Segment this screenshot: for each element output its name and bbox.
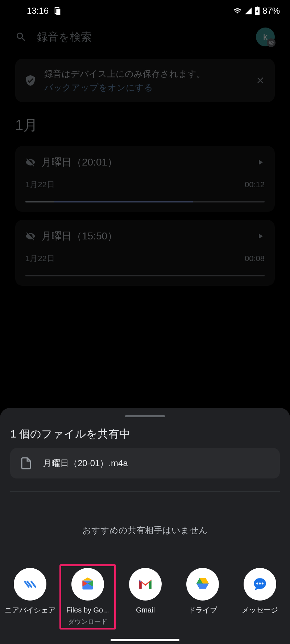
app-sublabel: ダウンロード bbox=[68, 617, 107, 626]
svg-point-4 bbox=[259, 582, 261, 584]
file-card[interactable]: 月曜日（20-01）.m4a bbox=[10, 448, 280, 478]
play-icon[interactable] bbox=[256, 158, 265, 167]
file-name: 月曜日（20-01）.m4a bbox=[43, 457, 128, 469]
app-label: ニアバイシェア bbox=[5, 605, 55, 615]
battery-percentage: 87% bbox=[262, 6, 280, 16]
visibility-off-icon bbox=[25, 157, 36, 167]
gmail-icon bbox=[129, 568, 162, 601]
messages-icon bbox=[244, 568, 276, 601]
recording-date: 1月22日 bbox=[25, 253, 55, 264]
share-sheet: 1 個のファイルを共有中 月曜日（20-01）.m4a おすすめの共有相手はいま… bbox=[0, 408, 290, 644]
nav-bar-handle[interactable] bbox=[111, 639, 179, 641]
app-label: メッセージ bbox=[242, 605, 278, 615]
shield-check-icon bbox=[25, 75, 36, 86]
share-app-messages[interactable]: メッセージ bbox=[232, 564, 288, 630]
share-app-drive[interactable]: ドライブ bbox=[175, 564, 231, 630]
visibility-off-icon bbox=[25, 231, 36, 241]
status-bar: 13:16 87% bbox=[0, 0, 290, 22]
recording-title: 月曜日（20:01） bbox=[41, 155, 250, 169]
avatar-badge-icon bbox=[267, 38, 276, 47]
battery-icon bbox=[254, 7, 260, 15]
no-suggestions-text: おすすめの共有相手はいません bbox=[0, 492, 290, 558]
signal-icon bbox=[244, 7, 252, 15]
recording-item[interactable]: 月曜日（15:50） 1月22日 00:08 bbox=[15, 220, 275, 286]
share-app-gmail[interactable]: Gmail bbox=[117, 564, 173, 630]
svg-point-3 bbox=[256, 582, 258, 584]
search-placeholder: 録音を検索 bbox=[37, 30, 246, 45]
progress-bar[interactable] bbox=[25, 201, 265, 202]
info-message: 録音はデバイス上にのみ保存されます。 bbox=[44, 67, 247, 80]
close-icon[interactable] bbox=[255, 75, 265, 85]
recording-duration: 00:08 bbox=[245, 254, 265, 263]
progress-bar[interactable] bbox=[25, 275, 265, 276]
share-apps-row: ニアバイシェア Files by Go... ダウンロード Gmail ドライブ bbox=[0, 558, 290, 644]
recording-item[interactable]: 月曜日（20:01） 1月22日 00:12 bbox=[15, 146, 275, 212]
notification-icon bbox=[54, 7, 62, 15]
files-icon bbox=[71, 568, 104, 601]
avatar[interactable]: k bbox=[256, 28, 275, 46]
share-app-files[interactable]: Files by Go... ダウンロード bbox=[59, 564, 116, 630]
app-label: ドライブ bbox=[188, 605, 217, 615]
recording-date: 1月22日 bbox=[25, 179, 55, 190]
svg-rect-1 bbox=[56, 9, 60, 15]
file-icon bbox=[20, 457, 33, 470]
play-icon[interactable] bbox=[256, 232, 265, 241]
search-icon bbox=[15, 31, 27, 43]
backup-info-card: 録音はデバイス上にのみ保存されます。 バックアップをオンにする bbox=[15, 59, 275, 102]
share-app-nearby[interactable]: ニアバイシェア bbox=[2, 564, 58, 630]
status-time: 13:16 bbox=[27, 6, 49, 16]
app-label: Gmail bbox=[136, 605, 155, 615]
recording-duration: 00:12 bbox=[245, 180, 265, 189]
wifi-icon bbox=[233, 7, 242, 15]
share-sheet-title: 1 個のファイルを共有中 bbox=[0, 417, 290, 448]
nearby-share-icon bbox=[14, 568, 46, 601]
svg-point-5 bbox=[262, 582, 264, 584]
app-label: Files by Go... bbox=[66, 605, 109, 615]
section-header: 1月 bbox=[0, 109, 290, 138]
search-bar[interactable]: 録音を検索 k bbox=[0, 22, 290, 52]
recording-title: 月曜日（15:50） bbox=[41, 229, 250, 243]
drive-icon bbox=[186, 568, 219, 601]
backup-link[interactable]: バックアップをオンにする bbox=[44, 82, 247, 93]
